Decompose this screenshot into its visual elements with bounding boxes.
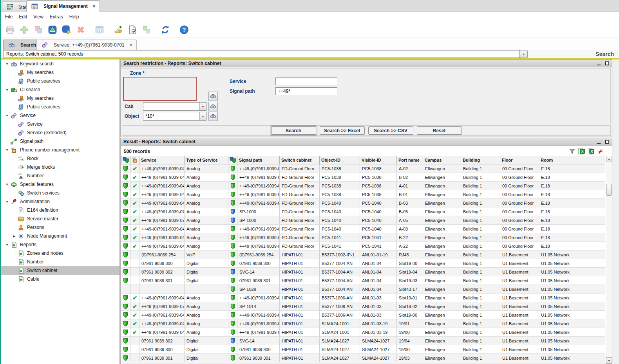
chevron-open-icon[interactable]: ▼ [4,88,10,92]
chevron-open-icon[interactable]: ▼ [4,243,10,247]
close-icon[interactable]: × [130,42,132,48]
table-row[interactable]: 07961 9039 300Digital07961 9039 300HIPAT… [121,345,605,354]
scroll-down-icon[interactable]: ▼ [606,357,612,364]
reset-button[interactable]: Reset [417,126,462,135]
close-icon[interactable]: × [93,4,96,9]
pdf-icon[interactable] [597,148,604,155]
sidebar-item-cable[interactable]: Cable [1,275,119,283]
table-row[interactable]: ✔++49-(0)7961-9039-04Analog++49-(0)7961-… [121,319,605,328]
chevron-down-icon[interactable]: ▼ [199,103,206,110]
toolbar-view-up-button[interactable] [47,24,58,36]
table-row[interactable]: 07961 9039 302DigitalSVC-14HIPATH-01SLMA… [121,337,605,345]
sidebar-item-number[interactable]: Number [1,258,119,266]
column-header-shields-icon[interactable] [228,156,237,164]
column-header-visible-id[interactable]: Visible-ID [360,156,397,164]
sidebar-item-service[interactable]: ▼Service [1,111,119,120]
service-field[interactable] [275,77,337,85]
chevron-open-icon[interactable]: ▼ [4,114,10,117]
excel-icon[interactable]: X [578,148,585,155]
sidebar-item-node-management[interactable]: ▶Node Management [1,232,119,240]
column-header-switch-cabinet[interactable]: Switch cabinet [280,156,320,164]
object-combobox[interactable]: ▼ [143,112,206,121]
minimize-icon[interactable] [597,140,601,144]
signal-path-field[interactable] [275,87,337,95]
search-csv-button[interactable]: Search >> CSV [368,126,413,135]
tab-service[interactable]: Service: ++49-(0)7961-9039-0701 × [36,40,137,50]
sidebar-item-reports[interactable]: ▼Reports [1,240,119,249]
search-button[interactable]: Search [271,126,316,135]
table-row[interactable]: ✔++49-(0)7961-9039-04Analog++49-(0)7961-… [121,173,605,182]
sidebar-item-service-master[interactable]: Service master [1,214,119,223]
column-header-room[interactable]: Room [539,156,605,164]
menu-item-file[interactable]: File [2,13,16,21]
sidebar-item-keyword-search[interactable]: ▼Keyword search [1,59,119,68]
tab-search[interactable]: Search [3,40,40,50]
minimize-icon[interactable] [597,62,601,65]
object-field[interactable] [143,112,199,120]
chevron-down-icon[interactable]: ▼ [199,112,206,120]
chevron-open-icon[interactable]: ▼ [4,183,10,186]
column-header-floor[interactable]: Floor [500,156,539,164]
query-combo-input[interactable] [4,50,520,58]
toolbar-help-button[interactable]: ? [178,24,190,36]
table-row[interactable]: ✔++49-(0)7961-9039-07AnalogSP-1000FD-Gro… [121,216,605,225]
sidebar-item-merge-blocks[interactable]: +490796Merge blocks [1,163,119,171]
cab-lookup-button[interactable] [208,102,218,111]
column-header-building[interactable]: Building [461,156,500,164]
cab-combobox[interactable]: ▼ [143,102,206,111]
column-header-object-id[interactable]: Object-ID [320,156,360,164]
toolbar-delete-button[interactable] [75,24,87,36]
sidebar-item-special-features[interactable]: ▼Special features [1,180,119,189]
sidebar-item-phone-number-management[interactable]: ▼+49/Phone number management [1,146,119,154]
toolbar-edit-button[interactable] [112,24,124,36]
toolbar-objects-button[interactable] [141,24,152,36]
column-header-service[interactable]: Service [139,156,185,164]
table-row[interactable]: ✔++49-(0)7961-9039-04Analog++49-(0)7961-… [121,182,605,190]
cab-field[interactable] [143,103,199,110]
search-excel-button[interactable]: Search >> Excel [320,126,365,135]
table-row[interactable]: ✔++49-(0)7961-9039-04Analog++49-(0)7961-… [121,164,605,173]
toolbar-refresh-button[interactable] [159,24,171,36]
sidebar-item-service-extended[interactable]: Service (extended) [1,128,119,137]
search-link[interactable]: Search [595,51,614,57]
sidebar-item-zones-and-nodes[interactable]: Zones and nodes [1,249,119,258]
table-row[interactable]: (0)7961-9039 254VoiP(0)7961-9039 254HIPA… [121,250,605,259]
chevron-closed-icon[interactable]: ▶ [11,234,17,238]
table-row[interactable]: 07961 9039 302DigitalSVC-14HIPATH-01B537… [121,268,605,276]
table-scrollbar[interactable]: ▲ ▼ [606,156,612,364]
maximize-icon[interactable] [605,61,609,65]
zone-lookup-button[interactable] [208,92,218,101]
sidebar-item-my-searches[interactable]: My searches [1,94,119,103]
table-row[interactable]: ✔++49-(0)7961-9039-04Analog++49-(0)7961-… [121,233,605,242]
sidebar-item-administration[interactable]: ▼Administration [1,197,119,206]
table-row[interactable]: ✔++49-(0)7961-9039-07AnalogSP-1000FD-Gro… [121,207,605,216]
sidebar-item-block[interactable]: +490796Block [1,154,119,163]
column-header-port-name[interactable]: Port name [397,156,423,164]
sidebar-item-switch-services[interactable]: Switch services [1,189,119,197]
menu-item-help[interactable]: Help [66,13,82,21]
table-row[interactable]: 07961 9039 301Digital07961 9039 301HIPAT… [121,276,605,285]
table-row[interactable]: ✔++49-(0)7961-9039-04Analog++49-(0)7961-… [121,225,605,233]
sidebar-item-ci-search[interactable]: ▼CI search [1,85,119,94]
sidebar-item-persons[interactable]: Persons [1,223,119,232]
sidebar-item-my-searches[interactable]: My searches [1,68,119,77]
toolbar-info-button[interactable]: ! [94,24,105,36]
excel-icon[interactable]: X [588,148,594,155]
chevron-open-icon[interactable]: ▼ [4,148,10,152]
table-row[interactable]: SP-1029HIPATH-01B5377-1004-ANANL01-04Slo… [121,285,605,294]
object-lookup-button[interactable] [208,112,218,121]
column-header-phone-block-icon[interactable]: +49/ [130,156,139,164]
filter-icon[interactable] [569,148,576,155]
sidebar-item-switch-cabinet[interactable]: Switch cabinet [1,266,119,275]
zone-field[interactable] [123,77,197,101]
table-row[interactable]: 07961 9039 300Digital07961 9039 300HIPAT… [121,259,605,268]
maximize-icon[interactable] [605,140,609,144]
table-row[interactable]: 07961 9039 301Digital07961 9039 301HIPAT… [121,354,605,362]
chevron-open-icon[interactable]: ▼ [4,62,10,66]
menu-item-edit[interactable]: Edit [16,13,30,21]
table-row[interactable]: ✔++49-(0)7961-9039-07AnalogSP-1014HIPATH… [121,302,605,311]
table-row[interactable]: ✔++49-(0)7961-9039-04Analog++49-(0)7961-… [121,190,605,199]
column-header-type-of-service[interactable]: Type of Service [185,156,228,164]
signal-management-tab[interactable]: Signal Management × [26,0,100,12]
column-header-signal-path[interactable]: Signal path [237,156,280,164]
